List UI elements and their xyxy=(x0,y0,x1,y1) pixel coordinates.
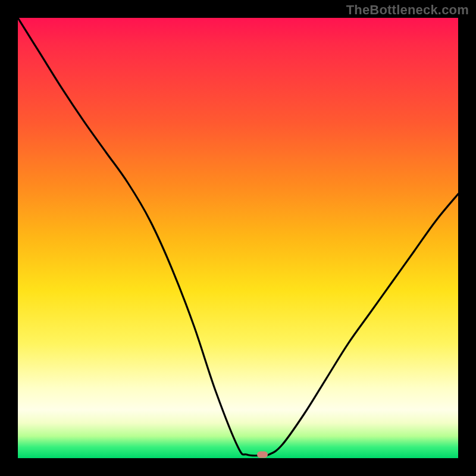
optimal-point-marker xyxy=(257,452,268,458)
bottleneck-curve xyxy=(18,18,458,458)
plot-area xyxy=(18,18,458,458)
chart-frame: TheBottleneck.com xyxy=(0,0,476,476)
watermark-label: TheBottleneck.com xyxy=(346,2,469,18)
